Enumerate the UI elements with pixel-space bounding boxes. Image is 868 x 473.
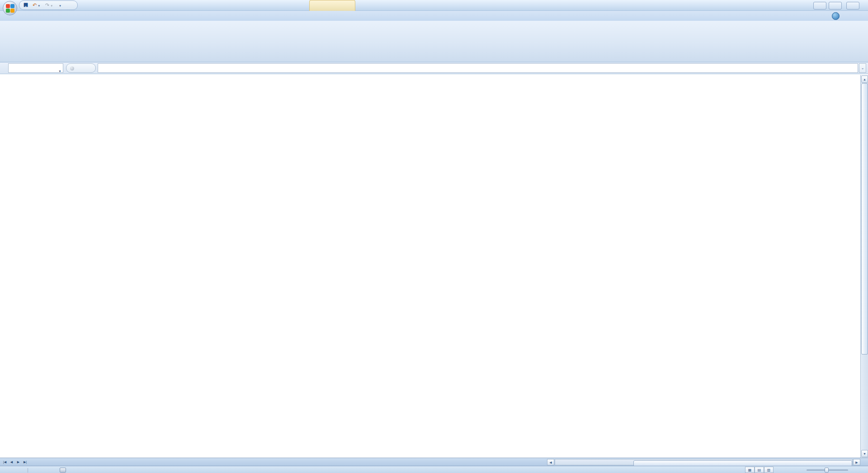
qat-customize-button[interactable]: ▾ xyxy=(57,1,63,9)
redo-button: ↷ ▾ xyxy=(43,1,54,9)
status-divider: | xyxy=(27,467,28,473)
help-button[interactable] xyxy=(832,12,840,20)
formula-bar: ▼ ⌄ xyxy=(0,62,868,74)
insert-function-button[interactable] xyxy=(66,63,96,73)
formula-input[interactable] xyxy=(98,63,858,73)
minimize-button[interactable] xyxy=(813,2,826,9)
scroll-down-icon[interactable]: ▼ xyxy=(861,450,868,457)
excel-window: 🖪 ↶ ▾ ↷ ▾ ▾ ▼ ⌄ ▲ ▼ |◀ ◀ ▶ xyxy=(0,0,868,473)
horizontal-scrollbar[interactable] xyxy=(555,459,853,465)
normal-view-button[interactable]: ▦ xyxy=(745,467,755,473)
name-box[interactable]: ▼ xyxy=(8,63,63,73)
close-button[interactable] xyxy=(846,2,859,9)
save-button[interactable]: 🖪 xyxy=(22,1,30,9)
macro-record-icon[interactable] xyxy=(60,468,66,473)
contextual-tab-group-label xyxy=(309,0,355,11)
namebox-dropdown-icon[interactable]: ▼ xyxy=(58,67,61,76)
office-logo-icon xyxy=(6,4,10,8)
worksheet-grid[interactable] xyxy=(0,75,860,458)
page-layout-view-button[interactable]: ▤ xyxy=(755,467,764,473)
scroll-right-icon[interactable]: ▶ xyxy=(853,459,860,465)
sheet-tab-bar: |◀ ◀ ▶ ▶| ◀ ▶ xyxy=(0,458,868,466)
restore-button[interactable] xyxy=(829,2,842,9)
first-sheet-button[interactable]: |◀ xyxy=(1,459,8,465)
next-sheet-button[interactable]: ▶ xyxy=(15,459,22,465)
ribbon-tab-row xyxy=(0,11,868,21)
vertical-scrollbar[interactable]: ▲ ▼ xyxy=(860,75,868,458)
office-button[interactable] xyxy=(3,1,17,15)
title-bar: 🖪 ↶ ▾ ↷ ▾ ▾ xyxy=(0,0,868,11)
undo-button[interactable]: ↶ ▾ xyxy=(31,1,42,9)
prev-sheet-button[interactable]: ◀ xyxy=(8,459,15,465)
zoom-slider-thumb[interactable] xyxy=(825,468,829,473)
ribbon xyxy=(0,21,868,62)
vertical-scroll-thumb[interactable] xyxy=(861,83,868,355)
status-bar: | ▦ ▤ ▥ xyxy=(0,466,868,473)
formula-bar-expand-icon[interactable]: ⌄ xyxy=(859,63,866,73)
scroll-left-icon[interactable]: ◀ xyxy=(547,459,554,465)
formula-dot-icon xyxy=(70,66,74,71)
last-sheet-button[interactable]: ▶| xyxy=(22,459,28,465)
page-break-view-button[interactable]: ▥ xyxy=(764,467,774,473)
scroll-up-icon[interactable]: ▲ xyxy=(861,76,868,83)
